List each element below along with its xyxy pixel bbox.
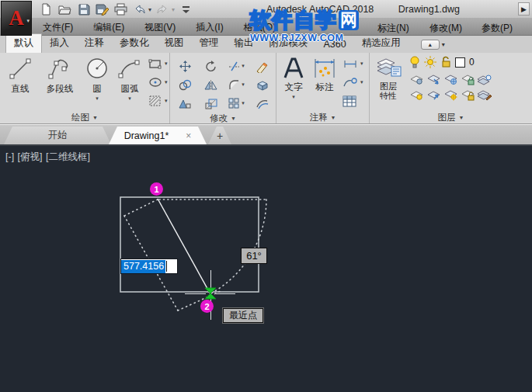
offset-tool[interactable] (249, 94, 275, 113)
file-tab-drawing1[interactable]: Drawing1* × (109, 127, 207, 144)
arc-tool[interactable]: 圆弧 ▾ (113, 54, 147, 111)
array-icon (228, 98, 240, 109)
drawing-canvas[interactable]: [-] [俯视] [二维线框] 577.4156 61° 最近点 1 2 (0, 146, 532, 392)
viewport-menu-control[interactable]: [-] (5, 151, 14, 162)
layer-on-tool[interactable] (408, 87, 425, 102)
undo-button[interactable] (132, 2, 147, 16)
erase-tool[interactable] (249, 57, 275, 75)
close-tab-icon[interactable]: × (186, 130, 191, 141)
ribbon-tab-insert[interactable]: 插入 (42, 34, 77, 53)
stretch-tool[interactable] (172, 94, 198, 113)
layer-off-tool[interactable] (408, 71, 425, 87)
menu-view[interactable]: 视图(V) (144, 21, 176, 34)
layer-make-current-icon (426, 74, 441, 85)
layer-freeze-tool[interactable] (442, 71, 459, 87)
qat-customize-button[interactable] (179, 2, 193, 16)
arc-dropdown-icon[interactable]: ▾ (128, 95, 131, 102)
application-menu-button[interactable]: A ▾ (1, 1, 32, 36)
draw-panel-footer[interactable]: 绘图 ▼ (0, 111, 169, 123)
ribbon-collapse-control[interactable]: ▲ ▾ (421, 40, 445, 50)
trim-tool[interactable]: ▾ (224, 57, 249, 75)
ribbon-tab-featured-apps[interactable]: 精选应用 (354, 34, 409, 53)
line-tool[interactable]: 直线 (2, 54, 38, 111)
save-as-button[interactable] (95, 2, 110, 16)
layer-match-tool[interactable] (476, 71, 493, 87)
menu-modify[interactable]: 修改(M) (429, 22, 462, 35)
layer-unlock-tool[interactable] (459, 87, 476, 102)
ribbon-tab-addins[interactable]: 附加模块 (262, 34, 316, 53)
redo-button[interactable] (155, 2, 170, 16)
layer-unlock-tool-icon (461, 89, 475, 101)
ribbon-tab-home[interactable]: 默认 (5, 33, 42, 53)
text-dropdown-icon[interactable]: ▾ (292, 94, 295, 100)
view-control[interactable]: [俯视] (18, 151, 43, 162)
polyline-tool[interactable]: 多段线 (38, 54, 82, 111)
menu-insert[interactable]: 插入(I) (196, 21, 223, 34)
circle-tool[interactable]: 圆 ▾ (82, 54, 113, 111)
hatch-tool[interactable]: ▾ (148, 94, 168, 108)
linear-dimension-tool[interactable]: ▾ (342, 57, 363, 71)
menu-scroll-right-button[interactable]: ▶ (518, 2, 530, 16)
layer-thaw-all-tool[interactable] (442, 87, 459, 102)
ribbon-tab-output[interactable]: 输出 (227, 34, 262, 53)
table-tool[interactable] (342, 94, 363, 108)
undo-dropdown-icon[interactable]: ▾ (148, 6, 151, 13)
rectangle-dropdown-icon[interactable]: ▾ (165, 61, 168, 67)
layer-change-tool[interactable] (476, 87, 493, 102)
copy-icon (179, 79, 192, 91)
layer-make-current-tool[interactable] (425, 71, 442, 87)
ribbon-collapse-icon[interactable]: ▲ (421, 40, 440, 50)
rectangle-tool[interactable]: ▾ (148, 57, 168, 71)
fillet-dropdown-icon[interactable]: ▾ (242, 82, 245, 88)
visual-style-control[interactable]: [二维线框] (46, 151, 90, 162)
leader-dropdown-icon[interactable]: ▾ (360, 79, 363, 85)
ribbon-tab-manage[interactable]: 管理 (192, 34, 227, 53)
leader-tool[interactable]: ▾ (342, 75, 363, 89)
ribbon-tab-parametric[interactable]: 参数化 (112, 34, 157, 53)
menu-format[interactable]: 格式(O) (244, 21, 276, 34)
menu-dimension[interactable]: 标注(N) (377, 22, 409, 35)
layer-properties-tool[interactable]: 图层特性 (372, 54, 405, 111)
copy-tool[interactable] (172, 75, 198, 94)
ribbon-tab-a360[interactable]: A360 (316, 36, 354, 53)
ribbon-collapse-dropdown-icon[interactable]: ▾ (442, 41, 445, 48)
open-file-button[interactable] (57, 2, 72, 16)
dimension-tool[interactable]: 标注 (308, 54, 341, 111)
dynamic-input-distance[interactable]: 577.4156 (120, 258, 178, 274)
array-dropdown-icon[interactable]: ▾ (242, 100, 245, 106)
layer-prev-tool[interactable] (425, 87, 442, 102)
mirror-tool[interactable] (198, 75, 224, 94)
new-drawing-tab-button[interactable]: + (208, 127, 231, 144)
layer-lock-tool[interactable] (459, 71, 476, 87)
rectangle-object (120, 197, 259, 292)
plot-button[interactable] (113, 2, 128, 16)
menu-edit[interactable]: 编辑(E) (93, 21, 124, 34)
linear-dim-dropdown-icon[interactable]: ▾ (360, 61, 363, 67)
scale-tool[interactable] (198, 94, 224, 113)
modify-panel-footer[interactable]: 修改 ▼ (170, 113, 276, 124)
save-button[interactable] (76, 2, 91, 16)
rotate-tool[interactable] (198, 57, 224, 75)
ellipse-icon (148, 77, 162, 88)
layer-state-control[interactable]: 0 (408, 54, 493, 70)
fillet-tool[interactable]: ▾ (224, 75, 249, 94)
trim-dropdown-icon[interactable]: ▾ (242, 63, 245, 69)
menu-file[interactable]: 文件(F) (43, 21, 73, 34)
layers-panel-footer[interactable]: 图层 ▼ (370, 111, 532, 123)
move-tool[interactable] (172, 57, 198, 75)
hatch-dropdown-icon[interactable]: ▾ (165, 98, 168, 104)
circle-dropdown-icon[interactable]: ▾ (96, 95, 99, 102)
explode-tool[interactable] (249, 75, 275, 94)
file-tab-start[interactable]: 开始 (4, 127, 111, 144)
menu-parametric[interactable]: 参数(P) (482, 22, 513, 35)
array-tool[interactable]: ▾ (224, 94, 249, 113)
ribbon-tab-view[interactable]: 视图 (157, 34, 192, 53)
new-file-button[interactable] (39, 2, 54, 16)
ellipse-tool[interactable]: ▾ (148, 75, 168, 89)
annotate-panel-footer[interactable]: 注释 ▼ (276, 111, 369, 123)
redo-dropdown-icon[interactable]: ▾ (172, 6, 175, 13)
text-tool[interactable]: 文字 ▾ (279, 54, 308, 111)
explode-icon (256, 79, 269, 91)
ellipse-dropdown-icon[interactable]: ▾ (165, 79, 168, 85)
ribbon-tab-annotate[interactable]: 注释 (77, 34, 112, 53)
